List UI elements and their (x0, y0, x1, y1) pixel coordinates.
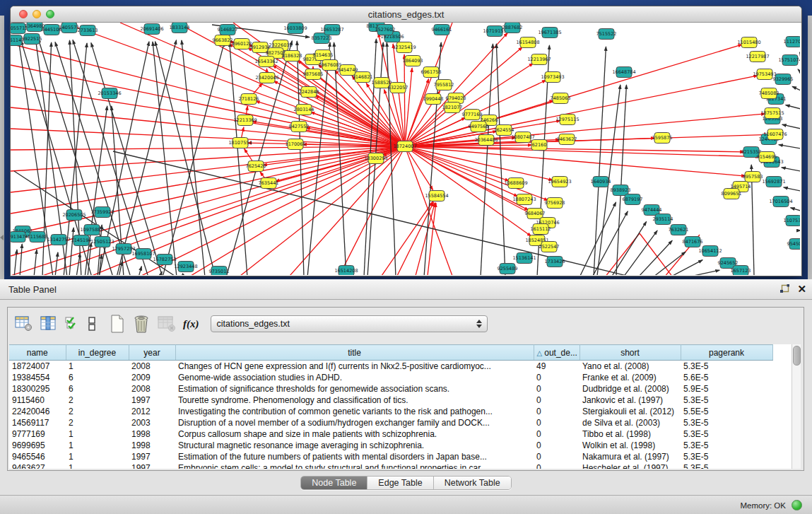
table-cell[interactable]: 1998 (129, 428, 175, 440)
graph-node[interactable]: 9146827 (218, 25, 238, 35)
graph-node[interactable]: 9756928 (545, 198, 565, 209)
graph-node[interactable]: 2887682 (502, 23, 523, 33)
network-window-titlebar[interactable]: citations_edges.txt (11, 6, 801, 23)
graph-node[interactable]: 15751074 (778, 55, 800, 66)
graph-node[interactable]: 7955812 (434, 80, 454, 90)
table-cell[interactable]: 9115460 (9, 395, 66, 406)
graph-node[interactable]: 9735011 (209, 267, 230, 276)
table-cell[interactable]: 1997 (129, 462, 175, 469)
graph-node[interactable]: 1107533 (784, 216, 800, 226)
graph-node[interactable]: 1864093 (403, 56, 423, 66)
column-header-year[interactable]: year (129, 345, 175, 361)
table-cell[interactable]: Jankovic et al. (1997) (579, 395, 681, 406)
table-cell[interactable]: Stergiakouli et al. (2012) (579, 406, 681, 417)
table-cell[interactable]: 0 (534, 372, 579, 383)
table-cell[interactable]: 9699695 (9, 440, 66, 451)
graph-node[interactable]: 9463627 (557, 134, 577, 145)
table-cell[interactable]: Investigating the contribution of common… (175, 406, 534, 417)
table-cell[interactable]: 1 (66, 440, 129, 451)
graph-node[interactable]: 8154635 (313, 50, 334, 61)
graph-node[interactable]: 9255489 (498, 264, 518, 274)
graph-node[interactable]: 19654923 (548, 177, 571, 187)
graph-node[interactable]: 1990448 (423, 94, 444, 105)
tab-node-table[interactable]: Node Table (301, 477, 367, 489)
graph-node[interactable]: 10975887 (80, 225, 103, 235)
table-cell[interactable]: Estimation of the future numbers of pati… (175, 451, 534, 462)
graph-node[interactable]: 6879197 (623, 194, 643, 205)
table-cell[interactable]: 2 (66, 417, 129, 428)
graph-node[interactable]: 2803144 (294, 105, 314, 115)
table-cell[interactable]: de Silva et al. (2003) (579, 417, 681, 428)
graph-node[interactable]: 1624554 (494, 125, 514, 136)
graph-node[interactable]: 1115688 (28, 232, 48, 243)
minimize-window-button[interactable] (33, 10, 41, 18)
table-row[interactable]: 1872400712008Changes of HCN gene express… (9, 361, 772, 373)
scrollbar-thumb[interactable] (793, 346, 801, 366)
graph-node[interactable]: 2935114 (653, 214, 673, 225)
table-cell[interactable]: 19384554 (9, 372, 66, 383)
graph-node[interactable]: 1821077 (442, 103, 463, 113)
graph-node[interactable]: 3922515 (22, 34, 42, 45)
table-cell[interactable]: 0 (534, 451, 579, 462)
table-cell[interactable]: 14569117 (9, 417, 66, 428)
table-row[interactable]: 1456911722003Disruption of a novel membe… (9, 417, 772, 428)
graph-node[interactable]: 3913474 (11, 232, 28, 243)
graph-node[interactable]: 16514208 (334, 266, 358, 276)
table-cell[interactable]: 0 (534, 417, 579, 428)
graph-node[interactable]: 9545022 (787, 239, 800, 250)
table-cell[interactable]: 18724007 (9, 361, 66, 373)
table-cell[interactable]: 5.3E-5 (681, 462, 772, 469)
table-cell[interactable]: Disruption of a novel member of a sodium… (175, 417, 534, 428)
table-cell[interactable]: 2 (66, 406, 129, 417)
graph-node[interactable]: 17016504 (769, 197, 792, 207)
control-panel-collapse-arrow[interactable] (0, 235, 4, 240)
graph-node[interactable]: 12217987 (746, 52, 769, 62)
graph-node[interactable]: 8471676 (683, 237, 703, 247)
graph-node[interactable]: 10654112 (698, 246, 722, 257)
graph-node[interactable]: 15136141 (512, 253, 536, 264)
graph-node[interactable]: 20153346 (98, 88, 121, 99)
close-panel-icon[interactable]: ✕ (797, 283, 806, 296)
graph-node[interactable]: 8099651 (722, 189, 742, 199)
graph-node[interactable]: 6961758 (421, 67, 442, 78)
table-cell[interactable]: 5.3E-5 (681, 395, 772, 406)
table-cell[interactable]: 2003 (129, 417, 175, 428)
table-cell[interactable]: 2008 (129, 361, 175, 373)
column-header-pagerank[interactable]: pagerank (681, 345, 772, 361)
table-cell[interactable]: 5.3E-5 (681, 451, 772, 462)
graph-node[interactable]: 2718126 (239, 94, 259, 105)
graph-node[interactable]: 9663822 (213, 35, 233, 46)
column-header-short[interactable]: short (579, 345, 681, 361)
table-cell[interactable]: 1 (66, 428, 129, 440)
table-cell[interactable]: 5.5E-5 (681, 406, 772, 417)
table-cell[interactable]: 5.3E-5 (681, 361, 772, 373)
table-row[interactable]: 946554611997Estimation of the future num… (9, 451, 772, 462)
table-cell[interactable]: 0 (534, 462, 579, 469)
graph-node[interactable]: 12213967 (527, 54, 551, 65)
close-window-button[interactable] (19, 10, 28, 18)
table-row[interactable]: 1938455462009Genome-wide association stu… (9, 372, 772, 383)
table-cell[interactable]: 5.3E-5 (681, 428, 772, 440)
table-cell[interactable]: 5.6E-5 (681, 372, 772, 383)
table-cell[interactable]: 2009 (129, 372, 175, 383)
graph-node[interactable]: 16033809 (283, 23, 307, 34)
float-panel-icon[interactable] (779, 284, 790, 294)
graph-node[interactable]: 12923448 (174, 262, 197, 272)
graph-node[interactable]: 1640934 (591, 177, 611, 187)
tab-network-table[interactable]: Network Table (434, 477, 511, 489)
column-checklist-icon[interactable] (64, 313, 80, 334)
table-cell[interactable]: 6 (66, 383, 129, 395)
table-settings-icon[interactable] (15, 313, 33, 334)
graph-node[interactable]: 7632621 (669, 225, 689, 235)
table-cell[interactable]: 1 (66, 451, 129, 462)
graph-node[interactable]: 1833144 (170, 23, 190, 33)
table-cell[interactable]: 5.3E-5 (681, 440, 772, 451)
graph-node[interactable]: 2733613 (78, 25, 98, 36)
table-cell[interactable]: 1997 (129, 451, 175, 462)
column-header-title[interactable]: title (175, 345, 534, 361)
table-vertical-scrollbar[interactable] (792, 344, 801, 469)
table-cell[interactable]: Nakamura et al. (1997) (579, 451, 681, 462)
graph-node[interactable]: 1733426 (545, 257, 565, 267)
table-cell[interactable]: 22420046 (9, 406, 66, 417)
table-cell[interactable]: 18300295 (9, 383, 66, 395)
